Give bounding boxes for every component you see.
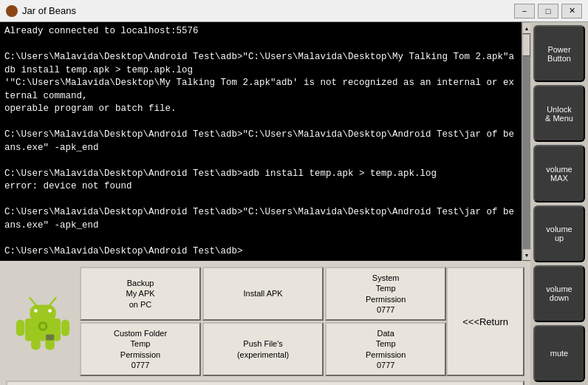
push-files-button[interactable]: Push File's(experimental): [202, 322, 324, 376]
scroll-thumb[interactable]: [522, 34, 530, 56]
svg-rect-9: [45, 339, 55, 350]
svg-rect-1: [30, 305, 55, 321]
main-container: Already connected to localhost:5576 C:\U…: [0, 22, 588, 385]
svg-rect-8: [31, 339, 41, 350]
sidebar: PowerButton Unlock& Menu volumeMAX volum…: [530, 22, 588, 385]
svg-line-5: [50, 298, 56, 305]
terminal-area: Already connected to localhost:5576 C:\U…: [0, 22, 530, 261]
svg-rect-7: [61, 320, 69, 336]
terminal-line: [4, 116, 517, 129]
svg-point-2: [34, 309, 38, 313]
app-icon: [6, 5, 18, 17]
terminal-line: C:\Users\Malavida\Desktop\Android Test\a…: [4, 168, 517, 181]
terminal-panel: Already connected to localhost:5576 C:\U…: [0, 22, 530, 385]
terminal-line: error: device not found: [4, 180, 517, 194]
custom-folder-button[interactable]: Custom FolderTempPermission0777: [80, 322, 201, 376]
close-button[interactable]: ✕: [561, 4, 582, 18]
terminal-line: [4, 194, 517, 207]
action-row-2: Custom FolderTempPermission0777 Push Fil…: [80, 322, 446, 376]
svg-rect-6: [16, 320, 24, 336]
terminal[interactable]: Already connected to localhost:5576 C:\U…: [0, 22, 522, 261]
action-row-1: BackupMy APKon PC Install APK SystemTemp…: [80, 267, 446, 321]
action-grid: BackupMy APKon PC Install APK SystemTemp…: [80, 267, 446, 376]
svg-point-11: [41, 324, 45, 328]
maximize-button[interactable]: □: [538, 4, 558, 18]
minimize-button[interactable]: −: [514, 4, 535, 18]
window-controls: − □ ✕: [514, 4, 582, 18]
terminal-line: '"C:\Users\Malavida\Desktop\My Talking T…: [4, 77, 517, 103]
data-temp-button[interactable]: DataTempPermission0777: [325, 322, 446, 376]
svg-line-4: [30, 298, 35, 305]
window-title: Jar of Beans: [22, 5, 514, 16]
svg-point-3: [48, 309, 52, 313]
terminal-line: [4, 232, 517, 245]
top-button-row: BackupMy APKon PC Install APK SystemTemp…: [6, 267, 524, 376]
scroll-track: [522, 34, 530, 249]
terminal-line: C:\Users\Malavida\Desktop\Android Test\a…: [4, 206, 517, 232]
terminal-line: C:\Users\Malavida\Desktop\Android Test\a…: [4, 129, 517, 154]
install-apk-button[interactable]: Install APK: [202, 267, 324, 321]
terminal-scrollbar[interactable]: ▲ ▼: [522, 22, 530, 261]
terminal-line: Already connected to localhost:5576: [4, 25, 517, 38]
unlock-menu-button[interactable]: Unlock& Menu: [533, 85, 585, 142]
android-logo: [6, 267, 80, 376]
android-icon: [13, 292, 72, 351]
terminal-output: Already connected to localhost:5576 C:\U…: [0, 22, 522, 261]
volume-max-button[interactable]: volumeMAX: [533, 145, 585, 202]
terminal-line: [4, 38, 517, 52]
mute-button[interactable]: mute: [533, 325, 585, 382]
terminal-line: [4, 154, 517, 168]
terminal-line: operable program or batch file.: [4, 103, 517, 116]
return-button[interactable]: <<<Return: [446, 267, 524, 376]
volume-up-button[interactable]: volumeup: [533, 205, 585, 262]
bottom-panel: BackupMy APKon PC Install APK SystemTemp…: [0, 261, 530, 385]
terminal-line: C:\Users\Malavida\Desktop\Android Test\a…: [4, 51, 517, 77]
title-bar: Jar of Beans − □ ✕: [0, 0, 588, 22]
terminal-line: C:\Users\Malavida\Desktop\Android Test\a…: [4, 245, 517, 259]
backup-apk-button[interactable]: BackupMy APKon PC: [80, 267, 201, 321]
start-adb-button[interactable]: Start/Restar ADB (Emergency): [6, 381, 524, 385]
volume-down-button[interactable]: volumedown: [533, 265, 585, 322]
system-temp-button[interactable]: SystemTempPermission0777: [325, 267, 446, 321]
svg-rect-12: [46, 335, 54, 341]
power-button[interactable]: PowerButton: [533, 25, 585, 82]
